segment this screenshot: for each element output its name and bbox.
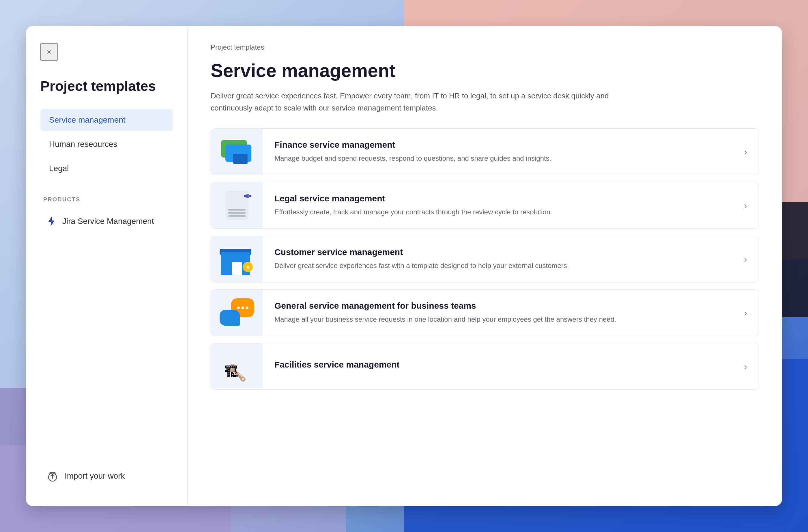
card-body-customer: Customer service management Deliver grea… bbox=[263, 239, 732, 279]
doc-page: ✒ bbox=[225, 191, 249, 220]
template-card-finance[interactable]: Finance service management Manage budget… bbox=[210, 128, 759, 175]
page-title: Service management bbox=[210, 60, 759, 81]
close-button[interactable]: × bbox=[40, 43, 58, 60]
card-image-facilities: 🔧 🏗 bbox=[211, 343, 263, 389]
finance-illustration bbox=[220, 137, 254, 166]
main-dialog: × Project templates Service management H… bbox=[26, 26, 782, 506]
card-body-general: General service management for business … bbox=[263, 292, 732, 333]
dot-1 bbox=[237, 306, 240, 309]
jira-service-management-label: Jira Service Management bbox=[62, 217, 154, 226]
page-description: Deliver great service experiences fast. … bbox=[210, 90, 614, 114]
sidebar-nav: Service management Human reseources Lega… bbox=[40, 109, 173, 182]
products-section: PRODUCTS Jira Service Management bbox=[40, 196, 173, 233]
card-image-finance bbox=[211, 129, 263, 175]
card-desc-legal: Effortlessly create, track and manage yo… bbox=[274, 207, 721, 217]
sidebar-item-jira-service-management[interactable]: Jira Service Management bbox=[40, 210, 173, 233]
import-your-work-button[interactable]: Import your work bbox=[40, 463, 173, 489]
template-card-general[interactable]: General service management for business … bbox=[210, 289, 759, 336]
template-card-facilities[interactable]: 🔧 🏗 Facilities service management › bbox=[210, 343, 759, 390]
card-title-facilities: Facilities service management bbox=[274, 360, 721, 370]
sidebar-item-human-resources[interactable]: Human reseources bbox=[40, 133, 173, 155]
sidebar-title: Project templates bbox=[40, 78, 173, 95]
card-desc-finance: Manage budget and spend requests, respon… bbox=[274, 153, 721, 164]
card-image-customer: ★ bbox=[211, 236, 263, 282]
doc-line-1 bbox=[228, 209, 245, 210]
card-image-legal: ✒ bbox=[211, 182, 263, 228]
dot-2 bbox=[241, 306, 244, 309]
card-title-finance: Finance service management bbox=[274, 140, 721, 150]
card-desc-customer: Deliver great service experiences fast w… bbox=[274, 260, 721, 271]
card-body-legal: Legal service management Effortlessly cr… bbox=[263, 185, 732, 226]
doc-line-3 bbox=[228, 215, 245, 217]
upload-icon bbox=[46, 470, 59, 482]
card-screen bbox=[233, 154, 247, 164]
template-card-legal[interactable]: ✒ Legal service management Effortlessly … bbox=[210, 182, 759, 229]
chevron-right-icon-general: › bbox=[732, 308, 759, 318]
card-title-customer: Customer service management bbox=[274, 247, 721, 257]
sidebar: × Project templates Service management H… bbox=[26, 26, 187, 506]
sidebar-item-legal[interactable]: Legal bbox=[40, 158, 173, 180]
card-body-finance: Finance service management Manage budget… bbox=[263, 131, 732, 172]
import-section: Import your work bbox=[40, 452, 173, 489]
card-desc-general: Manage all your business service request… bbox=[274, 314, 721, 325]
card-title-legal: Legal service management bbox=[274, 194, 721, 203]
store-star: ★ bbox=[243, 262, 253, 272]
sidebar-item-service-management[interactable]: Service management bbox=[40, 109, 173, 131]
store-door bbox=[232, 262, 242, 275]
main-content: Project templates Service management Del… bbox=[187, 26, 782, 506]
facilities-illustration: 🔧 🏗 bbox=[218, 350, 256, 382]
import-your-work-label: Import your work bbox=[65, 472, 125, 481]
card-blue bbox=[225, 145, 251, 162]
svg-marker-0 bbox=[49, 217, 54, 226]
chevron-right-icon-customer: › bbox=[732, 254, 759, 264]
card-image-general bbox=[211, 290, 263, 336]
card-body-facilities: Facilities service management bbox=[263, 351, 732, 382]
lightning-icon bbox=[46, 216, 57, 226]
worker-figure-2: 🏗 bbox=[224, 364, 238, 381]
legal-illustration: ✒ bbox=[220, 189, 254, 221]
quill-icon: ✒ bbox=[243, 189, 253, 203]
bubble-blue bbox=[220, 310, 240, 326]
dot-3 bbox=[245, 306, 249, 309]
template-card-customer[interactable]: ★ Customer service management Deliver gr… bbox=[210, 236, 759, 282]
chevron-right-icon-legal: › bbox=[732, 200, 759, 211]
breadcrumb: Project templates bbox=[210, 43, 759, 51]
products-label: PRODUCTS bbox=[40, 196, 173, 203]
customer-illustration: ★ bbox=[218, 243, 256, 275]
chevron-right-icon-finance: › bbox=[732, 147, 759, 157]
card-title-general: General service management for business … bbox=[274, 301, 721, 311]
doc-lines bbox=[228, 209, 245, 217]
general-illustration bbox=[218, 297, 256, 329]
doc-line-2 bbox=[228, 212, 245, 214]
chevron-right-icon-facilities: › bbox=[732, 361, 759, 372]
